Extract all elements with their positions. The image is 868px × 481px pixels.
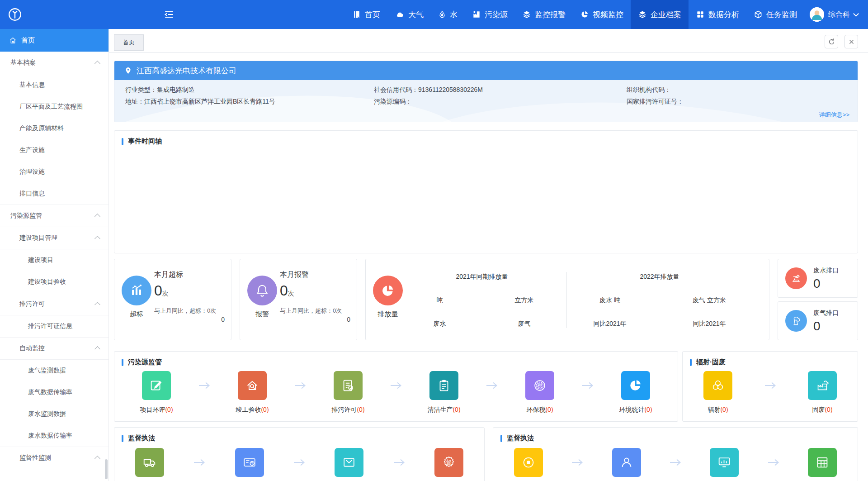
person-icon <box>619 455 634 470</box>
section-bar <box>122 138 123 145</box>
sidebar-group-supervisory-monitoring[interactable]: 监督性监测 <box>0 447 108 469</box>
workflow-item-environment-statistics[interactable]: 环境统计(0) <box>606 371 665 414</box>
sidebar-item-label: 废气数据传输率 <box>28 388 72 396</box>
chevron-up-icon <box>94 61 100 67</box>
chevron-up-icon <box>94 456 100 462</box>
sidebar-group-pollution-supervision[interactable]: 污染源监管 <box>0 205 108 227</box>
sidebar-item-label: 基本信息 <box>19 81 45 89</box>
sidebar-item-production-facility[interactable]: 生产设施 <box>0 139 108 161</box>
sidebar-group-discharge-permit[interactable]: 排污许可 <box>0 293 108 315</box>
refresh-button[interactable] <box>825 35 838 48</box>
law-item-patrol-truck[interactable] <box>128 448 171 477</box>
tab-home[interactable]: 首页 <box>114 34 144 51</box>
company-info-panel: 行业类型：集成电路制造 社会信用代码：91361122058830226M 组织… <box>114 80 858 122</box>
brand-logo-icon <box>7 7 23 22</box>
water-pump-icon <box>790 272 802 285</box>
section-bar <box>122 359 123 366</box>
sidebar-item-gas-monitor-data[interactable]: 废气监测数据 <box>0 360 108 381</box>
gas-outlet-card[interactable]: 废气排口 0 <box>778 301 858 340</box>
gas-outlet-title: 废气排口 <box>813 309 839 317</box>
waste-factory-icon <box>815 378 830 393</box>
law-item-penalty-ticket[interactable] <box>228 448 271 477</box>
arrow-right-icon <box>282 371 319 400</box>
nav-item-air[interactable]: 大气 <box>387 0 431 29</box>
sidebar-group-auto-monitoring[interactable]: 自动监控 <box>0 337 108 360</box>
nav-item-water[interactable]: 水 <box>431 0 465 29</box>
bar-chart-icon <box>129 283 144 298</box>
alarm-compare: 与上月同比，超标：0次 <box>280 307 350 315</box>
sidebar-item-label: 排污许可 <box>19 300 45 308</box>
detail-info-link[interactable]: 详细信息>> <box>819 111 849 119</box>
law-item-record-table[interactable] <box>801 448 844 477</box>
sidebar-item-construction-acceptance[interactable]: 建设项目验收 <box>0 271 108 293</box>
pie-chart-icon <box>380 283 396 298</box>
nav-item-monitor-alarm[interactable]: 监控报警 <box>515 0 573 29</box>
emission-cell: 废气 <box>482 320 566 328</box>
workflow-item-discharge-permit[interactable]: 排污许可(0) <box>319 371 377 414</box>
workflow-item-radiation[interactable]: 辐射(0) <box>691 371 745 414</box>
nav-label: 污染源 <box>485 10 508 20</box>
sidebar-item-water-monitor-data[interactable]: 废水监测数据 <box>0 403 108 425</box>
emission-2021-title: 2021年同期排放量 <box>397 273 566 281</box>
tab-label: 首页 <box>123 38 135 47</box>
nav-item-data-analysis[interactable]: 数据分析 <box>689 0 746 29</box>
field-credit-code: 社会信用代码：91361122058830226M <box>374 86 483 94</box>
nav-item-home[interactable]: 首页 <box>345 0 387 29</box>
arrow-right-icon <box>371 448 427 477</box>
sidebar-item-plant-layout[interactable]: 厂区平面及工艺流程图 <box>0 96 108 118</box>
sidebar-item-basic-info[interactable]: 基本信息 <box>0 74 108 96</box>
app-window: 首页 大气 水 污染源 监控报警 视频监控 <box>0 0 868 481</box>
workflow-item-clean-production[interactable]: 清洁生产(0) <box>415 371 473 414</box>
sidebar-item-construction-project[interactable]: 建设项目 <box>0 249 108 271</box>
document-check-icon <box>340 378 356 393</box>
sidebar-item-permit-info[interactable]: 排污许可证信息 <box>0 315 108 337</box>
nav-label: 数据分析 <box>708 10 739 20</box>
section-title: 辐射·固废 <box>696 358 726 367</box>
sidebar-group-basic-archive[interactable]: 基本档案 <box>0 52 108 74</box>
workflow-item-solid-waste[interactable]: 固废(0) <box>795 371 849 414</box>
nav-item-enterprise-archive[interactable]: 企业档案 <box>631 0 689 29</box>
user-menu[interactable]: 综合科 <box>804 0 868 29</box>
sidebar-scrollbar[interactable] <box>105 459 108 479</box>
water-outlet-card[interactable]: 废水排口 0 <box>778 259 858 298</box>
sidebar-item-label: 建设项目验收 <box>28 278 66 286</box>
layers-icon <box>522 10 531 19</box>
sidebar-item-treatment-facility[interactable]: 治理设施 <box>0 161 108 183</box>
law-item-monitor-report[interactable] <box>703 448 746 477</box>
emission-cell: 废水 吨 <box>560 296 660 305</box>
workflow-item-environment-tax[interactable]: 税 环保税(0) <box>510 371 569 414</box>
workflow-item-project-eia[interactable]: 项目环评(0) <box>127 371 186 414</box>
chevron-up-icon <box>94 236 100 242</box>
badge-char: 督 <box>434 448 463 477</box>
nav-label: 任务监测 <box>766 10 797 20</box>
law-item-inspector[interactable] <box>605 448 648 477</box>
nav-label: 首页 <box>365 10 380 20</box>
sidebar-item-water-transfer-rate[interactable]: 废水数据传输率 <box>0 425 108 447</box>
monthly-alarm-card: 报警 本月报警 0次 与上月同比，超标：0次 0 <box>240 259 357 340</box>
sidebar-group-construction-project-mgmt[interactable]: 建设项目管理 <box>0 227 108 249</box>
arrow-right-icon <box>745 371 795 400</box>
edit-icon <box>149 378 164 393</box>
sidebar-item-gas-transfer-rate[interactable]: 废气数据传输率 <box>0 381 108 403</box>
law-item-notice-mail[interactable] <box>327 448 371 477</box>
sidebar-item-capacity-materials[interactable]: 产能及原辅材料 <box>0 118 108 139</box>
overlimit-compare: 与上月同比，超标：0次 <box>154 307 225 315</box>
nav-item-task-monitor[interactable]: 任务监测 <box>746 0 804 29</box>
sidebar-collapse-icon[interactable] <box>164 9 175 20</box>
sidebar-item-label: 产能及原辅材料 <box>19 124 64 133</box>
sidebar-item-home[interactable]: 首页 <box>0 29 108 52</box>
workflow-item-completion-acceptance[interactable]: 竣工验收(0) <box>223 371 282 414</box>
law-item-onsite-inspection[interactable] <box>507 448 550 477</box>
emission-cell: 废水 <box>397 320 482 328</box>
nav-item-video-monitor[interactable]: 视频监控 <box>573 0 631 29</box>
divider <box>280 303 350 303</box>
close-icon[interactable] <box>844 35 858 48</box>
section-title: 监督执法 <box>128 434 155 443</box>
sidebar-item-outlet-info[interactable]: 排口信息 <box>0 183 108 205</box>
wave-decoration <box>392 90 858 122</box>
sidebar-item-label: 废水数据传输率 <box>28 432 72 440</box>
nav-item-pollution-source[interactable]: 污染源 <box>465 0 515 29</box>
arrow-right-icon <box>186 371 223 400</box>
law-item-supervision-badge[interactable]: 督 <box>427 448 471 477</box>
truck-icon <box>142 455 157 470</box>
